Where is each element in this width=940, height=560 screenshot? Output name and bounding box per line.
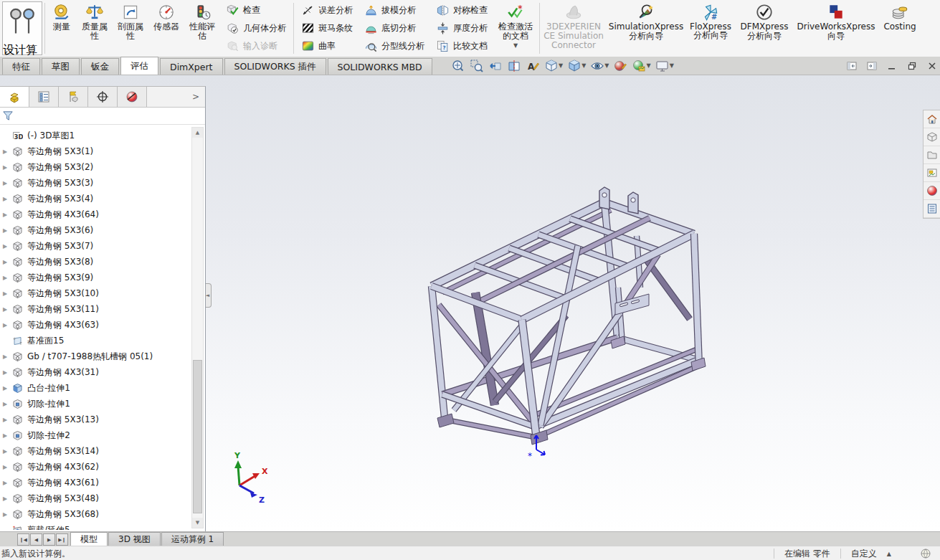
collapse-right-pane-button[interactable] (866, 60, 877, 71)
scroll-down-arrow[interactable]: ▼ (192, 518, 203, 528)
panel-expand-arrow[interactable]: > (186, 87, 205, 107)
tree-item[interactable]: ▶ 3D * 切除-拉伸1 (0, 396, 192, 412)
expand-arrow-icon[interactable]: ▶ (3, 148, 12, 155)
expand-arrow-icon[interactable]: ▶ (3, 322, 12, 328)
tree-item[interactable]: ▶ 3D * 等边角钢 4X3(61) (0, 475, 192, 490)
driveworksxpress-button[interactable]: DriveWorksXpress 向导 (794, 0, 878, 57)
zoom-to-fit-button[interactable] (450, 58, 466, 74)
simulationxpress-button[interactable]: SimulationXpress 分析向导 (606, 0, 686, 57)
collapse-left-pane-button[interactable] (846, 60, 857, 71)
design-library-button[interactable] (924, 128, 940, 146)
first-tab-button[interactable]: ❙◀ (17, 533, 29, 546)
expand-arrow-icon[interactable]: ▶ (3, 275, 12, 281)
apply-scene-button[interactable]: ▼ (631, 58, 651, 74)
appearances-button[interactable] (924, 182, 940, 200)
mass-properties-button[interactable]: 质量属性 (77, 0, 113, 57)
tree-item[interactable]: ▶ 3D * 等边角钢 5X3(1) (0, 143, 192, 159)
zebra-stripes-button[interactable]: 斑马条纹 (297, 19, 357, 37)
tree-item[interactable]: ▶ 3D * 等边角钢 5X3(48) (0, 490, 192, 506)
draft-analysis-button[interactable]: 拔模分析 (360, 1, 429, 19)
view-orientation-caret[interactable]: ▼ (559, 62, 563, 69)
apply-scene-caret[interactable]: ▼ (646, 62, 650, 69)
bottom-tab[interactable]: 模型 (70, 532, 108, 546)
tree-item[interactable]: ▶ 3D * 等边角钢 4X3(64) (0, 207, 192, 222)
zoom-to-area-button[interactable] (469, 58, 485, 74)
deviation-analysis-button[interactable]: 误差分析 (297, 1, 357, 19)
quick-tip-globe-icon[interactable] (920, 548, 931, 559)
command-tab[interactable]: 钣金 (81, 58, 119, 75)
measure-button[interactable]: 测量 (47, 0, 77, 57)
command-tab[interactable]: 评估 (120, 57, 158, 75)
tree-item[interactable]: ▶ 3D * 等边角钢 5X3(3) (0, 175, 192, 191)
tab-dimxpertmanager[interactable] (88, 87, 118, 107)
expand-arrow-icon[interactable]: ▶ (3, 448, 12, 455)
expand-arrow-icon[interactable]: ▶ (3, 353, 12, 360)
command-tab[interactable]: DimXpert (160, 58, 223, 75)
tree-item[interactable]: ▶ 3D * (-) 3D草图1 (0, 128, 192, 143)
floxpress-button[interactable]: # FloXpress 分析向导 (686, 0, 735, 57)
bottom-tab[interactable]: 运动算例 1 (161, 532, 224, 546)
view-settings-caret[interactable]: ▼ (670, 62, 674, 69)
view-palette-button[interactable] (924, 164, 940, 182)
custom-toolbar-selector[interactable]: 自定义 (851, 548, 877, 560)
display-style-button[interactable]: ▼ (566, 58, 587, 74)
tree-item[interactable]: ▶ 3D * 等边角钢 5X3(13) (0, 412, 192, 427)
tree-item[interactable]: ▶ 3D * 基准面15 (0, 333, 192, 348)
symmetry-check-button[interactable]: 对称检查 (432, 1, 492, 19)
tree-item[interactable]: ▶ 3D * 等边角钢 4X3(63) (0, 317, 192, 333)
tree-item[interactable]: ▶ 3D * 等边角钢 4X3(62) (0, 459, 192, 475)
expand-arrow-icon[interactable]: ▶ (3, 164, 12, 171)
bottom-tab[interactable]: 3D 视图 (108, 532, 161, 546)
sensors-button[interactable]: 传感器 (148, 0, 184, 57)
compare-documents-button[interactable]: ? 比较文档 (432, 37, 492, 55)
undercut-analysis-button[interactable]: 底切分析 (360, 19, 429, 37)
next-tab-button[interactable]: ▶ (43, 533, 55, 546)
edit-appearance-button[interactable] (612, 58, 628, 74)
expand-arrow-icon[interactable]: ▶ (3, 369, 12, 376)
tree-filter-row[interactable] (0, 108, 205, 125)
check-active-document-button[interactable]: * 检查激活的文档 ▼ (493, 0, 538, 57)
view-settings-button[interactable]: ▼ (655, 58, 675, 74)
section-properties-button[interactable]: 剖面属性 (113, 0, 148, 57)
expand-arrow-icon[interactable]: ▶ (3, 432, 12, 439)
expand-arrow-icon[interactable]: ▶ (3, 259, 12, 265)
tree-item[interactable]: ▶ 3D * 切除-拉伸2 (0, 427, 192, 443)
hide-show-items-button[interactable]: ▼ (589, 58, 609, 74)
parting-line-analysis-button[interactable]: 分型线分析 (360, 37, 429, 55)
section-view-button[interactable] (506, 58, 522, 74)
expand-arrow-icon[interactable]: ▶ (3, 306, 12, 313)
custom-properties-button[interactable] (924, 200, 940, 218)
curvature-button[interactable]: 曲率 (297, 37, 357, 55)
tree-item[interactable]: ▶ 3D * 等边角钢 5X3(68) (0, 506, 192, 522)
close-button[interactable] (926, 60, 937, 71)
expand-arrow-icon[interactable]: ▶ (3, 417, 12, 423)
last-tab-button[interactable]: ▶❙ (56, 533, 68, 546)
costing-button[interactable]: Costing (878, 0, 921, 57)
geometry-analysis-button[interactable]: 几何体分析 (222, 19, 290, 37)
expand-arrow-icon[interactable]: ▶ (3, 290, 12, 297)
previous-view-button[interactable] (488, 58, 503, 74)
tree-item[interactable]: ▶ 3D * 等边角钢 5X3(9) (0, 270, 192, 285)
custom-caret-icon[interactable]: ▲ (887, 551, 891, 557)
minimize-button[interactable] (886, 60, 897, 71)
tree-item[interactable]: ▶ 3D * 等边角钢 5X3(2) (0, 159, 192, 175)
tree-item[interactable]: ▶ 3D * 凸台-拉伸1 (0, 380, 192, 396)
expand-arrow-icon[interactable]: ▶ (3, 180, 12, 186)
tree-item[interactable]: ▶ 3D * 剪裁/延伸5 (0, 522, 192, 530)
command-tab[interactable]: 草图 (42, 58, 80, 75)
expand-arrow-icon[interactable]: ▶ (3, 511, 12, 518)
tree-item[interactable]: ▶ 3D * 等边角钢 5X3(4) (0, 191, 192, 207)
hide-show-items-caret[interactable]: ▼ (604, 62, 609, 69)
tree-item[interactable]: ▶ 3D * 等边角钢 5X3(6) (0, 222, 192, 238)
tree-item[interactable]: ▶ 3D * 等边角钢 4X3(31) (0, 364, 192, 380)
tab-configurationmanager[interactable] (59, 87, 88, 107)
dfmxpress-button[interactable]: DFMXpress 分析向导 (735, 0, 794, 57)
tree-item[interactable]: ▶ 3D * Gb / t707-1988热轧槽钢 05(1) (0, 348, 192, 364)
home-tab-button[interactable] (924, 110, 940, 128)
expand-arrow-icon[interactable]: ▶ (3, 243, 12, 250)
expand-arrow-icon[interactable]: ▶ (3, 464, 12, 470)
tab-propertymanager[interactable] (29, 87, 59, 107)
scrollbar-thumb[interactable] (193, 360, 202, 513)
tab-featuremanager-design-tree[interactable] (0, 87, 29, 107)
expand-arrow-icon[interactable]: ▶ (3, 212, 12, 218)
